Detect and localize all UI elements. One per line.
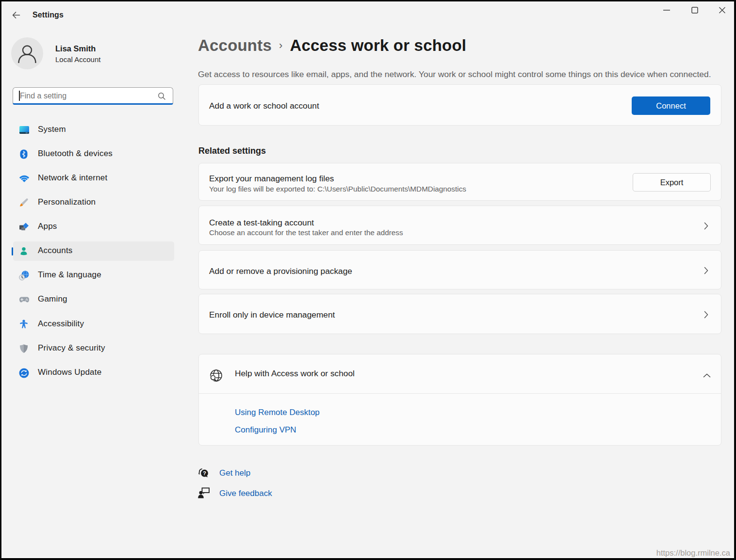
svg-text:?: ? (203, 470, 206, 476)
